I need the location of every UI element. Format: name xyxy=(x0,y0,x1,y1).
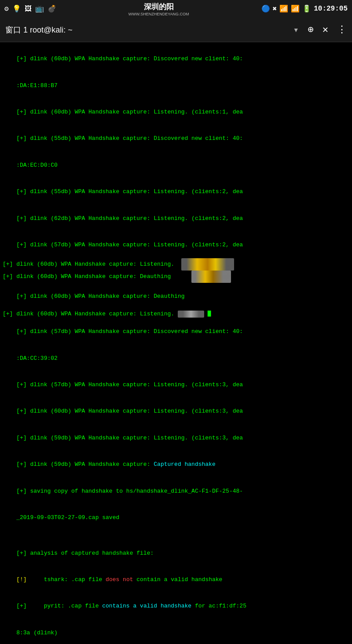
title-bar-icons: ⊕ ✕ ⋮ xyxy=(308,24,347,36)
terminal-line-15: [+] dlink (57db) WPA Handshake capture: … xyxy=(3,372,349,398)
terminal-line-23: [+] pyrit: .cap file contains a valid ha… xyxy=(3,593,349,619)
menu-button[interactable]: ⋮ xyxy=(337,24,347,36)
icon-battery: 🔋 xyxy=(302,4,311,13)
terminal-line-21: [+] analysis of captured handshake file: xyxy=(3,540,349,566)
thumbnail-overlay xyxy=(181,258,234,271)
terminal-line-6: [+] dlink (55db) WPA Handshake capture: … xyxy=(3,179,349,205)
terminal-blank-1 xyxy=(3,531,349,540)
terminal-line-7: [+] dlink (62db) WPA Handshake capture: … xyxy=(3,205,349,232)
thumbnail-small xyxy=(178,311,204,318)
terminal-line-10: [+] dlink (60db) WPA Handshake capture: … xyxy=(3,271,349,283)
terminal-line-1: [+] dlink (60db) WPA Handshake capture: … xyxy=(3,46,349,72)
terminal-line-22: [!] tshark: .cap file does not contain a… xyxy=(3,567,349,593)
watermark-area: 深圳的阳 WWW.SHENZHENDEYANG.COM xyxy=(56,2,261,16)
thumbnail-overlay-2 xyxy=(191,271,231,283)
terminal-line-3: [+] dlink (60db) WPA Handshake capture: … xyxy=(3,99,349,125)
icon-bluetooth: 🔵 xyxy=(261,4,270,13)
icon-tv: 📺 xyxy=(35,4,44,13)
terminal-line-17: [+] dlink (59db) WPA Handshake capture: … xyxy=(3,425,349,451)
terminal-line-14: :DA:CC:39:02 xyxy=(3,345,349,371)
add-window-button[interactable]: ⊕ xyxy=(308,24,314,36)
terminal-line-4: [+] dlink (55db) WPA Handshake capture: … xyxy=(3,125,349,152)
icon-lightbulb: 💡 xyxy=(12,4,21,13)
terminal-line-16: [+] dlink (60db) WPA Handshake capture: … xyxy=(3,398,349,424)
close-window-button[interactable]: ✕ xyxy=(323,24,328,36)
icon-wifi: 📶 xyxy=(279,4,288,13)
terminal-line-9: [+] dlink (60db) WPA Handshake capture: … xyxy=(3,258,349,271)
status-time: 10:29:05 xyxy=(314,5,348,13)
window-title: 窗口 1 root@kali: ~ xyxy=(5,25,293,35)
captured-handshake-text: Captured handshake xyxy=(154,461,215,468)
status-bar-right: 🔵 ✖ 📶 📶 🔋 10:29:05 xyxy=(261,4,348,13)
terminal-line-11: [+] dlink (60db) WPA Handshake capture: … xyxy=(3,283,349,309)
watermark-site: WWW.SHENZHENDEYANG.COM xyxy=(56,12,261,16)
terminal-line-8: [+] dlink (57db) WPA Handshake capture: … xyxy=(3,232,349,258)
icon-bomb: 💣 xyxy=(48,4,56,13)
icon-mute: ✖ xyxy=(273,4,277,13)
dropdown-arrow[interactable]: ▼ xyxy=(293,26,299,33)
icon-settings: ⚙ xyxy=(4,4,9,13)
status-bar-left: ⚙ 💡 🖼 📺 💣 xyxy=(4,4,56,13)
terminal-line-18: [+] dlink (59db) WPA Handshake capture: … xyxy=(3,451,349,478)
terminal-line-12: [+] dlink (60db) WPA Handshake capture: … xyxy=(3,310,349,318)
terminal-line-13: [+] dlink (57db) WPA Handshake capture: … xyxy=(3,318,349,345)
status-bar: ⚙ 💡 🖼 📺 💣 深圳的阳 WWW.SHENZHENDEYANG.COM 🔵 … xyxy=(0,0,352,18)
terminal-line-19: [+] saving copy of handshake to hs/hands… xyxy=(3,478,349,504)
terminal-line-2: :DA:E1:88:B7 xyxy=(3,72,349,99)
icon-image: 🖼 xyxy=(25,5,32,13)
title-bar: 窗口 1 root@kali: ~ ▼ ⊕ ✕ ⋮ xyxy=(0,18,352,42)
terminal-line-5: :DA:EC:D0:C0 xyxy=(3,152,349,179)
terminal: [+] dlink (60db) WPA Handshake capture: … xyxy=(0,42,352,644)
icon-signal: 📶 xyxy=(291,4,300,13)
watermark-title: 深圳的阳 xyxy=(56,2,261,12)
terminal-line-20: _2019-09-03T02-27-09.cap saved xyxy=(3,505,349,531)
line-prefix: [+] xyxy=(16,55,30,62)
terminal-line-24: 8:3a (dlink) xyxy=(3,620,349,644)
